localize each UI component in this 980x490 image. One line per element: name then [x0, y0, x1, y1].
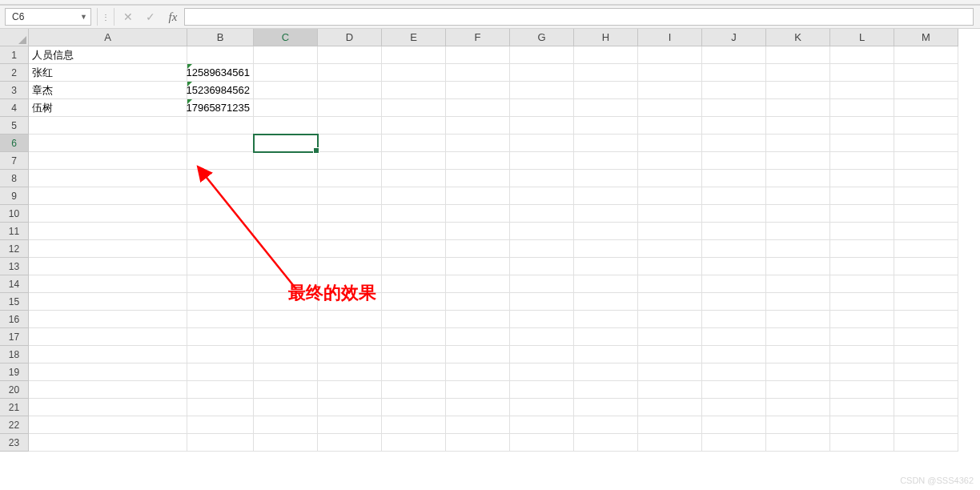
- cell-J3[interactable]: [702, 82, 766, 99]
- column-header-F[interactable]: F: [446, 29, 510, 46]
- cell-A7[interactable]: [29, 152, 187, 170]
- cell-I12[interactable]: [638, 240, 702, 258]
- select-all-corner[interactable]: [0, 29, 29, 46]
- cell-A8[interactable]: [29, 170, 187, 187]
- cell-M12[interactable]: [894, 240, 958, 258]
- cell-E23[interactable]: [382, 434, 446, 452]
- confirm-button[interactable]: ✓: [139, 8, 162, 26]
- name-box-dropdown-icon[interactable]: ▼: [80, 13, 87, 21]
- cell-L10[interactable]: [830, 205, 894, 223]
- cell-M19[interactable]: [894, 363, 958, 381]
- cell-E4[interactable]: [382, 99, 446, 117]
- cell-L21[interactable]: [830, 399, 894, 416]
- cell-J19[interactable]: [702, 363, 766, 381]
- cell-H10[interactable]: [574, 205, 638, 223]
- cell-I7[interactable]: [638, 152, 702, 170]
- cell-E2[interactable]: [382, 64, 446, 82]
- cell-B4[interactable]: 17965871235: [187, 99, 254, 117]
- cell-B23[interactable]: [187, 434, 254, 452]
- cell-H13[interactable]: [574, 258, 638, 275]
- cell-D12[interactable]: [318, 240, 382, 258]
- cell-K18[interactable]: [766, 346, 830, 363]
- cell-I11[interactable]: [638, 223, 702, 240]
- cell-F4[interactable]: [446, 99, 510, 117]
- cell-A13[interactable]: [29, 258, 187, 275]
- cell-M18[interactable]: [894, 346, 958, 363]
- cell-C22[interactable]: [254, 416, 318, 434]
- cell-A17[interactable]: [29, 328, 187, 346]
- cell-G5[interactable]: [510, 117, 574, 135]
- cell-E14[interactable]: [382, 275, 446, 293]
- cell-A5[interactable]: [29, 117, 187, 135]
- cell-M5[interactable]: [894, 117, 958, 135]
- cell-M15[interactable]: [894, 293, 958, 311]
- cell-I10[interactable]: [638, 205, 702, 223]
- cell-F2[interactable]: [446, 64, 510, 82]
- cell-J6[interactable]: [702, 135, 766, 152]
- cell-J4[interactable]: [702, 99, 766, 117]
- name-box-expand-icon[interactable]: ⋮: [100, 8, 111, 26]
- cell-G13[interactable]: [510, 258, 574, 275]
- cell-A11[interactable]: [29, 223, 187, 240]
- cell-L19[interactable]: [830, 363, 894, 381]
- cell-I18[interactable]: [638, 346, 702, 363]
- cell-C7[interactable]: [254, 152, 318, 170]
- cell-M3[interactable]: [894, 82, 958, 99]
- cell-D9[interactable]: [318, 187, 382, 205]
- row-header-10[interactable]: 10: [0, 205, 29, 223]
- cell-E12[interactable]: [382, 240, 446, 258]
- column-header-E[interactable]: E: [382, 29, 446, 46]
- cell-D8[interactable]: [318, 170, 382, 187]
- cell-H23[interactable]: [574, 434, 638, 452]
- cell-I14[interactable]: [638, 275, 702, 293]
- cell-G8[interactable]: [510, 170, 574, 187]
- cell-L3[interactable]: [830, 82, 894, 99]
- cell-B17[interactable]: [187, 328, 254, 346]
- cell-G9[interactable]: [510, 187, 574, 205]
- cell-D6[interactable]: [318, 135, 382, 152]
- cell-J12[interactable]: [702, 240, 766, 258]
- cell-A19[interactable]: [29, 363, 187, 381]
- cell-F14[interactable]: [446, 275, 510, 293]
- cell-E19[interactable]: [382, 363, 446, 381]
- cell-F15[interactable]: [446, 293, 510, 311]
- cell-G12[interactable]: [510, 240, 574, 258]
- cell-C5[interactable]: [254, 117, 318, 135]
- cell-B6[interactable]: [187, 135, 254, 152]
- cell-C9[interactable]: [254, 187, 318, 205]
- cell-K2[interactable]: [766, 64, 830, 82]
- cell-E3[interactable]: [382, 82, 446, 99]
- cell-F17[interactable]: [446, 328, 510, 346]
- cell-G16[interactable]: [510, 311, 574, 328]
- cell-G14[interactable]: [510, 275, 574, 293]
- cell-B15[interactable]: [187, 293, 254, 311]
- row-header-16[interactable]: 16: [0, 311, 29, 328]
- row-header-14[interactable]: 14: [0, 275, 29, 293]
- cell-I8[interactable]: [638, 170, 702, 187]
- cell-B9[interactable]: [187, 187, 254, 205]
- cell-B22[interactable]: [187, 416, 254, 434]
- column-header-M[interactable]: M: [894, 29, 958, 46]
- cell-M16[interactable]: [894, 311, 958, 328]
- cell-H16[interactable]: [574, 311, 638, 328]
- cell-I22[interactable]: [638, 416, 702, 434]
- cell-L1[interactable]: [830, 46, 894, 64]
- row-header-12[interactable]: 12: [0, 240, 29, 258]
- cell-K19[interactable]: [766, 363, 830, 381]
- cell-L17[interactable]: [830, 328, 894, 346]
- cell-B8[interactable]: [187, 170, 254, 187]
- cell-B3[interactable]: 15236984562: [187, 82, 254, 99]
- cell-L15[interactable]: [830, 293, 894, 311]
- cell-A10[interactable]: [29, 205, 187, 223]
- cell-L18[interactable]: [830, 346, 894, 363]
- cell-I21[interactable]: [638, 399, 702, 416]
- cell-E21[interactable]: [382, 399, 446, 416]
- cell-L23[interactable]: [830, 434, 894, 452]
- cell-J7[interactable]: [702, 152, 766, 170]
- cell-D16[interactable]: [318, 311, 382, 328]
- cell-K17[interactable]: [766, 328, 830, 346]
- cell-H22[interactable]: [574, 416, 638, 434]
- cell-I4[interactable]: [638, 99, 702, 117]
- cell-A16[interactable]: [29, 311, 187, 328]
- cell-H19[interactable]: [574, 363, 638, 381]
